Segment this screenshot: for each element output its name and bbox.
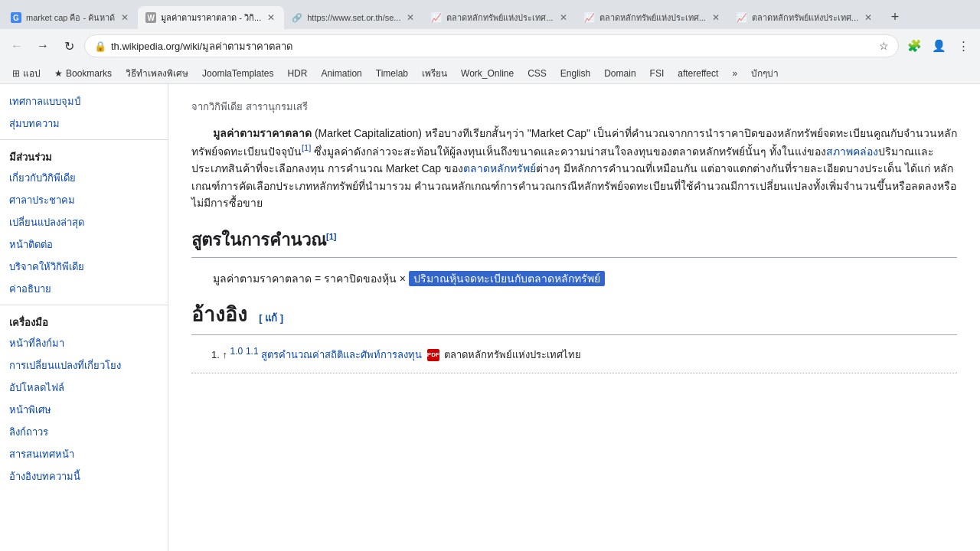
link-stockmarket[interactable]: ตลาดหลักทรัพย์ xyxy=(463,162,536,174)
bookmark-domain[interactable]: Domain xyxy=(598,67,642,80)
tab-1[interactable]: G market cap คือ - ค้นหาด้ ✕ xyxy=(3,6,138,29)
formula-block: มูลค่าตามราคาตลาด = ราคาปิดของหุ้น × ปริ… xyxy=(213,270,957,287)
formula-highlight: ปริมาณหุ้นจดทะเบียนกับตลาดหลักทรัพย์ xyxy=(409,271,605,286)
link-liquidity[interactable]: สภาพคล่อง xyxy=(826,145,878,158)
toolbar: ← → ↻ 🔒 ☆ 🧩 👤 ⋮ xyxy=(0,29,980,63)
tab-3-favicon: 🔗 xyxy=(292,12,302,23)
sidebar-link-glossary[interactable]: ค่าอธิบาย xyxy=(0,278,168,300)
toolbar-icons: 🧩 👤 ⋮ xyxy=(903,35,974,57)
wiki-source: จากวิกิพีเดีย สารานุกรมเสรี xyxy=(191,99,957,116)
sidebar-link-whatlinkshere[interactable]: หน้าที่ลิงก์มา xyxy=(0,332,168,354)
forward-button[interactable]: → xyxy=(32,35,54,57)
bookmark-fsi[interactable]: FSI xyxy=(644,67,671,80)
tab-2-close[interactable]: ✕ xyxy=(266,11,276,24)
star-icon[interactable]: ☆ xyxy=(879,40,889,52)
tab-6[interactable]: 📈 ตลาดหลักทรัพย์แห่งประเทศ... ✕ xyxy=(729,6,881,29)
tab-2-title: มูลค่าตามราคาตลาด - วิกิ... xyxy=(161,11,261,24)
bookmark-timelab[interactable]: Timelab xyxy=(370,67,414,80)
bookmark-css[interactable]: CSS xyxy=(521,67,553,80)
bookmark-aftereffect[interactable]: aftereffect xyxy=(671,67,724,80)
tab-5-close[interactable]: ✕ xyxy=(710,11,721,24)
bookmark-aftereffect-label: aftereffect xyxy=(678,68,718,79)
tab-3-close[interactable]: ✕ xyxy=(405,11,416,24)
bookmark-joomla-label: JoomlaTemplates xyxy=(202,68,273,79)
section-formula-heading: สูตรในการคำนวณ[1] xyxy=(191,227,957,257)
bookmark-wisong[interactable]: วิธีทำเพลงพิเศษ xyxy=(119,64,194,82)
sidebar-link-relatedchanges[interactable]: การเปลี่ยนแปลงที่เกี่ยวโยง xyxy=(0,354,168,377)
bookmark-priang-label: เพรียน xyxy=(422,66,447,80)
new-tab-button[interactable]: + xyxy=(884,6,906,28)
bookmark-apps-label: แอป xyxy=(23,66,41,80)
tab-4-close[interactable]: ✕ xyxy=(558,11,569,24)
bookmark-hdr[interactable]: HDR xyxy=(281,67,313,80)
tab-2[interactable]: W มูลค่าตามราคาตลาด - วิกิ... ✕ xyxy=(138,6,284,29)
tab-6-title: ตลาดหลักทรัพย์แห่งประเทศ... xyxy=(752,11,858,24)
bookmark-bookmarks-label: Bookmarks xyxy=(66,68,112,79)
sidebar-link-specialpages[interactable]: หน้าพิเศษ xyxy=(0,399,168,421)
sidebar-link-random[interactable]: สุ่มบทความ xyxy=(0,112,168,135)
bookmark-workonline-label: Work_Online xyxy=(461,68,514,79)
back-button[interactable]: ← xyxy=(6,35,28,57)
bookmark-apps[interactable]: ⊞ แอป xyxy=(6,64,47,82)
sidebar-link-permalink[interactable]: ลิงก์ถาวร xyxy=(0,421,168,443)
bookmark-extra[interactable]: บักๆบ่า xyxy=(745,64,785,82)
sidebar-link-community[interactable]: ศาลาประชาคม xyxy=(0,189,168,211)
tab-bar: G market cap คือ - ค้นหาด้ ✕ W มูลค่าตาม… xyxy=(0,0,980,29)
ref1-sup1[interactable]: 1.0 xyxy=(230,346,243,357)
sidebar-link-festival[interactable]: เทศกาลแบบจุมป์ xyxy=(0,90,168,112)
bookmark-workonline[interactable]: Work_Online xyxy=(455,67,520,80)
tab-3[interactable]: 🔗 https://www.set.or.th/se... ✕ xyxy=(284,6,423,29)
ref1-link[interactable]: สูตรคำนวณค่าสถิติและศัพท์การลงทุน xyxy=(261,349,422,360)
ref1-sup2[interactable]: 1.1 xyxy=(246,346,259,357)
sidebar-divider-1 xyxy=(0,139,168,140)
references-title: อ้างอิง xyxy=(191,303,247,326)
ref1-arrow: ↑ xyxy=(222,349,227,360)
sidebar-link-cite[interactable]: อ้างอิงบทความนี้ xyxy=(0,465,168,487)
page-layout: เทศกาลแบบจุมป์ สุ่มบทความ มีส่วนร่วม เกี… xyxy=(0,84,980,551)
sup-1[interactable]: [1] xyxy=(302,143,311,152)
tab-5-title: ตลาดหลักทรัพย์แห่งประเทศ... xyxy=(599,11,706,24)
tab-1-title: market cap คือ - ค้นหาด้ xyxy=(26,11,115,24)
sidebar-link-recentchanges[interactable]: เปลี่ยนแปลงล่าสุด xyxy=(0,211,168,233)
tab-5[interactable]: 📈 ตลาดหลักทรัพย์แห่งประเทศ... ✕ xyxy=(577,6,729,29)
bookmark-more[interactable]: » xyxy=(726,67,743,80)
sidebar-link-pageinfo[interactable]: สารสนเทศหน้า xyxy=(0,443,168,465)
bookmark-priang[interactable]: เพรียน xyxy=(416,64,453,82)
section-formula-title: สูตรในการคำนวณ xyxy=(191,230,326,249)
bookmark-timelab-label: Timelab xyxy=(376,68,408,79)
ref-item-1: 1. ↑ 1.0 1.1 สูตรคำนวณค่าสถิติและศัพท์กา… xyxy=(211,344,957,364)
references-edit-link[interactable]: [ แก้ ] xyxy=(259,312,283,324)
sidebar-link-contact[interactable]: หน้าติดต่อ xyxy=(0,233,168,256)
bookmark-fsi-label: FSI xyxy=(650,68,665,79)
sidebar-link-about[interactable]: เกี่ยวกับวิกิพีเดีย xyxy=(0,167,168,189)
tab-6-close[interactable]: ✕ xyxy=(863,11,874,24)
bookmark-animation-label: Animation xyxy=(321,68,361,79)
pdf-icon: PDF xyxy=(427,349,439,361)
browser-window: G market cap คือ - ค้นหาด้ ✕ W มูลค่าตาม… xyxy=(0,0,980,551)
bookmark-more-label: » xyxy=(732,68,737,79)
bookmark-animation[interactable]: Animation xyxy=(315,67,368,80)
term-bold: มูลค่าตามราคาตลาด xyxy=(213,127,312,139)
refresh-button[interactable]: ↻ xyxy=(58,35,80,57)
url-input[interactable] xyxy=(111,41,874,52)
bookmark-english[interactable]: English xyxy=(554,67,596,80)
star-bookmark-icon: ★ xyxy=(54,68,63,79)
address-bar[interactable]: 🔒 ☆ xyxy=(84,34,899,57)
extensions-button[interactable]: 🧩 xyxy=(903,35,925,57)
sidebar-section-participate: มีส่วนร่วม xyxy=(0,145,168,167)
profile-button[interactable]: 👤 xyxy=(928,35,949,57)
sidebar: เทศกาลแบบจุมป์ สุ่มบทความ มีส่วนร่วม เกี… xyxy=(0,84,168,551)
tab-4[interactable]: 📈 ตลาดหลักทรัพย์แห่งประเทศ... ✕ xyxy=(423,6,576,29)
sidebar-link-donate[interactable]: บริจาคให้วิกิพีเดีย xyxy=(0,256,168,278)
ref1-number: 1. xyxy=(211,349,220,360)
menu-button[interactable]: ⋮ xyxy=(952,35,974,57)
bookmark-joomla[interactable]: JoomlaTemplates xyxy=(196,67,279,80)
ref1-text: ตลาดหลักทรัพย์แห่งประเทศไทย xyxy=(444,349,581,360)
tab-1-close[interactable]: ✕ xyxy=(119,11,130,24)
tab-4-title: ตลาดหลักทรัพย์แห่งประเทศ... xyxy=(446,11,553,24)
sidebar-link-upload[interactable]: อัปโหลดไฟล์ xyxy=(0,377,168,399)
section-formula-sup[interactable]: [1] xyxy=(326,232,336,241)
page-divider xyxy=(191,373,957,373)
bookmark-bookmarks[interactable]: ★ Bookmarks xyxy=(48,67,118,80)
tab-5-favicon: 📈 xyxy=(584,12,595,23)
